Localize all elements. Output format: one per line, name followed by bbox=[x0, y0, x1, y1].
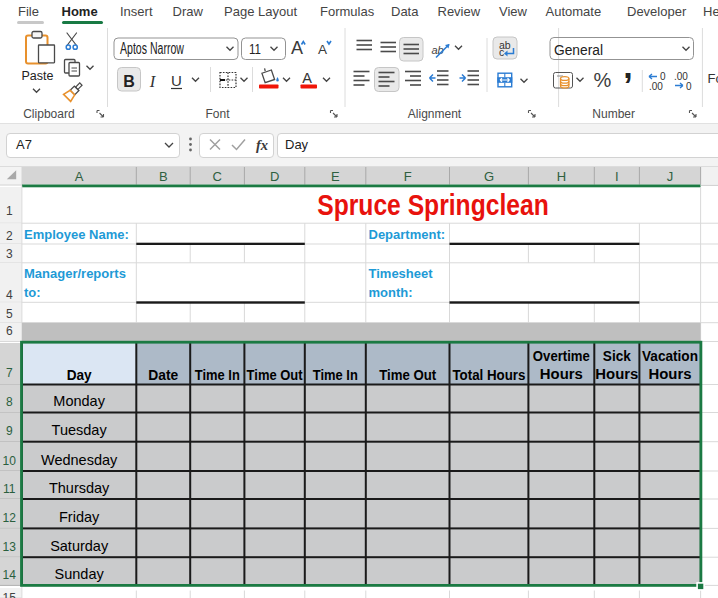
svg-text:%: % bbox=[594, 69, 612, 91]
svg-text:Hours: Hours bbox=[595, 366, 638, 382]
svg-text:14: 14 bbox=[3, 568, 17, 582]
svg-text:Wednesday: Wednesday bbox=[41, 452, 118, 468]
svg-text:B: B bbox=[123, 73, 135, 90]
svg-text:A: A bbox=[318, 42, 327, 57]
svg-text:H: H bbox=[557, 169, 566, 184]
svg-text:to:: to: bbox=[24, 285, 41, 300]
svg-text:7: 7 bbox=[6, 366, 13, 380]
svg-text:General: General bbox=[554, 42, 603, 58]
svg-text:Font: Font bbox=[205, 107, 230, 121]
svg-text:c: c bbox=[499, 46, 504, 58]
svg-text:Number: Number bbox=[592, 107, 635, 121]
svg-text:12: 12 bbox=[3, 511, 17, 525]
svg-text:C: C bbox=[213, 169, 222, 184]
svg-text:Department:: Department: bbox=[369, 227, 446, 242]
svg-text:4: 4 bbox=[6, 288, 13, 302]
svg-text:Alignment: Alignment bbox=[408, 107, 462, 121]
svg-text:F: F bbox=[404, 169, 412, 184]
svg-text:E: E bbox=[331, 169, 340, 184]
svg-text:Friday: Friday bbox=[59, 509, 100, 525]
svg-text:Overtime: Overtime bbox=[533, 348, 590, 364]
svg-text:Sick: Sick bbox=[603, 348, 632, 364]
svg-text:,: , bbox=[623, 47, 632, 85]
svg-text:Employee Name:: Employee Name: bbox=[24, 227, 129, 242]
svg-text:Hours: Hours bbox=[649, 366, 692, 382]
svg-text:U: U bbox=[171, 72, 182, 89]
svg-text:1: 1 bbox=[6, 204, 13, 218]
svg-text:D: D bbox=[270, 169, 279, 184]
svg-text:Paste: Paste bbox=[22, 69, 54, 83]
svg-text:Total Hours: Total Hours bbox=[452, 367, 525, 383]
svg-text:Clipboard: Clipboard bbox=[23, 107, 74, 121]
svg-text:Vacation: Vacation bbox=[642, 348, 698, 364]
svg-text:13: 13 bbox=[3, 540, 17, 554]
svg-text:I: I bbox=[615, 169, 619, 184]
svg-text:0: 0 bbox=[686, 81, 692, 92]
svg-text:Aptos Narrow: Aptos Narrow bbox=[120, 40, 184, 57]
svg-text:Sunday: Sunday bbox=[55, 566, 105, 582]
svg-text:9: 9 bbox=[6, 424, 13, 438]
svg-text:Monday: Monday bbox=[53, 393, 105, 409]
svg-text:Tuesday: Tuesday bbox=[52, 422, 108, 438]
svg-text:.00: .00 bbox=[649, 81, 663, 92]
svg-text:Day: Day bbox=[67, 367, 92, 383]
svg-text:5: 5 bbox=[6, 307, 13, 321]
svg-text:A: A bbox=[291, 38, 303, 58]
svg-text:ab: ab bbox=[432, 44, 444, 56]
svg-text:Manager/reports: Manager/reports bbox=[24, 266, 126, 281]
svg-text:10: 10 bbox=[3, 454, 17, 468]
svg-text:8: 8 bbox=[6, 395, 13, 409]
svg-text:Timesheet: Timesheet bbox=[369, 266, 434, 281]
svg-text:11: 11 bbox=[249, 40, 261, 57]
svg-text:Fo: Fo bbox=[708, 71, 718, 86]
svg-text:J: J bbox=[667, 169, 674, 184]
svg-text:month:: month: bbox=[369, 285, 413, 300]
svg-text:15: 15 bbox=[3, 591, 17, 598]
svg-text:Hours: Hours bbox=[540, 366, 583, 382]
svg-text:B: B bbox=[159, 169, 168, 184]
svg-text:Time Out: Time Out bbox=[247, 367, 303, 383]
svg-text:fx: fx bbox=[256, 137, 268, 153]
svg-text:Thursday: Thursday bbox=[49, 480, 110, 496]
svg-text:A: A bbox=[75, 169, 84, 184]
svg-text:Time Out: Time Out bbox=[379, 367, 436, 383]
svg-text:2: 2 bbox=[6, 229, 13, 243]
svg-text:Spruce Springclean: Spruce Springclean bbox=[317, 189, 548, 221]
svg-text:Saturday: Saturday bbox=[50, 538, 109, 554]
svg-text:11: 11 bbox=[3, 482, 16, 496]
svg-text:G: G bbox=[484, 169, 494, 184]
svg-text:6: 6 bbox=[6, 324, 13, 338]
svg-text:A: A bbox=[302, 70, 312, 86]
svg-text:Time In: Time In bbox=[195, 367, 240, 383]
svg-text:Time In: Time In bbox=[313, 367, 358, 383]
svg-text:I: I bbox=[149, 72, 157, 91]
svg-text:3: 3 bbox=[6, 247, 13, 261]
svg-text:Date: Date bbox=[148, 367, 178, 383]
